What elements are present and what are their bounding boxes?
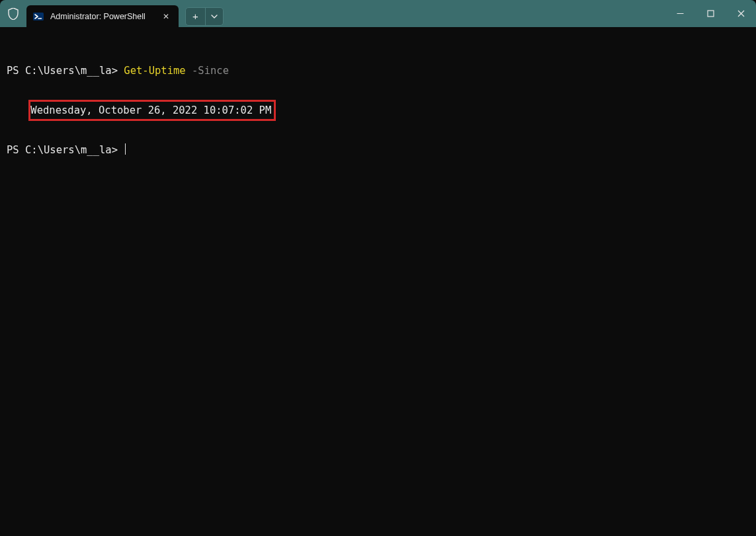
powershell-icon (33, 11, 44, 22)
window-controls (665, 0, 756, 27)
maximize-button[interactable] (695, 0, 726, 27)
command-parameter: -Since (186, 65, 229, 77)
command-line-2: PS C:\Users\m__la> (7, 143, 749, 157)
titlebar-drag-area[interactable] (224, 0, 665, 27)
tab-title: Administrator: PowerShell (50, 12, 153, 21)
minimize-icon (677, 10, 684, 17)
uac-shield-icon (0, 8, 26, 20)
new-tab-button[interactable]: + (186, 8, 206, 25)
command-name: Get-Uptime (124, 65, 185, 77)
prompt-2: PS C:\Users\m__la> (7, 144, 124, 156)
terminal-area[interactable]: PS C:\Users\m__la> Get-Uptime -Since Wed… (0, 27, 756, 536)
close-icon (737, 10, 745, 17)
tab-close-button[interactable]: ✕ (160, 11, 172, 22)
app-window: Administrator: PowerShell ✕ + (0, 0, 756, 536)
svg-rect-0 (33, 13, 44, 20)
svg-rect-3 (708, 11, 714, 17)
chevron-down-icon (211, 15, 218, 19)
plus-icon: + (192, 11, 198, 22)
maximize-icon (707, 10, 714, 17)
close-icon: ✕ (163, 13, 169, 20)
titlebar-left: Administrator: PowerShell ✕ + (0, 0, 224, 27)
tab-active[interactable]: Administrator: PowerShell ✕ (26, 5, 179, 27)
new-tab-dropdown[interactable] (206, 8, 223, 25)
text-cursor (125, 143, 126, 155)
prompt-1: PS C:\Users\m__la> (7, 65, 124, 77)
minimize-button[interactable] (665, 0, 695, 27)
output-line: Wednesday, October 26, 2022 10:07:02 PM (30, 104, 271, 116)
command-line-1: PS C:\Users\m__la> Get-Uptime -Since (7, 63, 749, 78)
titlebar[interactable]: Administrator: PowerShell ✕ + (0, 0, 756, 27)
new-tab-group: + (185, 7, 224, 26)
close-window-button[interactable] (726, 0, 756, 27)
output-highlight-box: Wednesday, October 26, 2022 10:07:02 PM (28, 100, 276, 121)
